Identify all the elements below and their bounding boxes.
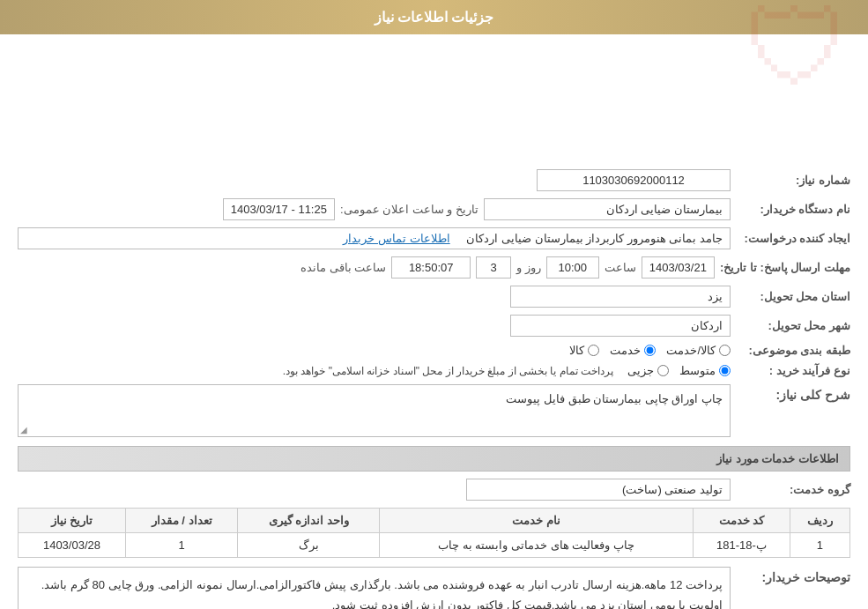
grohe-khedmat-value: تولید صنعتی (ساخت) bbox=[466, 479, 731, 501]
mohlat-rooz-value: 3 bbox=[476, 256, 511, 279]
tarikh-elan-label: تاریخ و ساعت اعلان عمومی: bbox=[340, 203, 479, 216]
shomara-niaz-label: شماره نیاز: bbox=[736, 174, 850, 187]
farayand-desc: پرداخت تمام یا بخشی از مبلغ خریدار از مح… bbox=[283, 365, 613, 377]
tarikh-namDastgah-row: نام دستگاه خریدار: بیمارستان ضیایی اردکا… bbox=[18, 198, 850, 220]
mohlat-time-label: ساعت bbox=[605, 261, 636, 274]
cell-radif: 1 bbox=[790, 533, 849, 558]
motavasset-label: متوسط bbox=[679, 364, 716, 377]
noe-farayand-label: نوع فرآیند خرید : bbox=[736, 364, 850, 377]
col-vahed: واحد اندازه گیری bbox=[238, 509, 380, 533]
shomara-niaz-value: 1103030692000112 bbox=[537, 169, 731, 191]
col-nam: نام خدمت bbox=[380, 509, 694, 533]
mohlat-date-value: 1403/03/21 bbox=[642, 256, 715, 279]
noe-farayand-radio-group: متوسط جزیی bbox=[627, 364, 731, 377]
ostan-tahvil-label: استان محل تحویل: bbox=[736, 290, 850, 303]
col-tedad: تعداد / مقدار bbox=[125, 509, 237, 533]
col-tarikh: تاریخ نیاز bbox=[19, 509, 126, 533]
shahr-tahvil-value: اردکان bbox=[510, 315, 731, 337]
radio-kala[interactable]: کالا bbox=[569, 344, 599, 357]
jozii-label: جزیی bbox=[627, 364, 654, 377]
mohlat-rooz-label: روز و bbox=[516, 261, 541, 274]
shahr-tahvil-label: شهر محل تحویل: bbox=[736, 319, 850, 332]
toseeh-row: توصیحات خریدار: پرداخت 12 ماهه.هزینه ارس… bbox=[18, 567, 850, 609]
sharh-koli-label: شرح کلی نیاز: bbox=[736, 388, 850, 402]
mohlat-ersal-row: مهلت ارسال پاسخ: تا تاریخ: 1403/03/21 سا… bbox=[18, 256, 850, 279]
services-table: ردیف کد خدمت نام خدمت واحد اندازه گیری ت… bbox=[18, 508, 850, 558]
khedmat-label: خدمت bbox=[610, 344, 641, 357]
nam-dastgah-value: بیمارستان ضیایی اردکان bbox=[484, 198, 731, 220]
radio-kala-khedmat[interactable]: کالا/خدمت bbox=[666, 344, 731, 357]
tabaqeh-bandi-radio-group: کالا/خدمت خدمت کالا bbox=[569, 344, 731, 357]
content-area: 🛡 شماره نیاز: 1103030692000112 نام دستگا… bbox=[0, 34, 868, 609]
sharh-koli-value: چاپ اوراق چاپی بیمارستان طبق فایل پیوست … bbox=[18, 384, 731, 437]
shahr-tahvil-row: شهر محل تحویل: اردکان bbox=[18, 315, 850, 337]
grohe-khedmat-row: گروه خدمت: تولید صنعتی (ساخت) bbox=[18, 479, 850, 501]
table-row: 1 پ-18-181 چاپ وفعالیت های خدماتی وابسته… bbox=[19, 533, 850, 558]
ijad-konande-value: جامد بمانی هنومرور کاربرداز بیمارستان ضی… bbox=[18, 227, 731, 249]
kala-label: کالا bbox=[569, 344, 584, 357]
page-header: جزئیات اطلاعات نیاز bbox=[0, 0, 868, 34]
ijad-konande-label: ایجاد کننده درخواست: bbox=[736, 232, 850, 245]
cell-vahed: برگ bbox=[238, 533, 380, 558]
grohe-khedmat-label: گروه خدمت: bbox=[736, 483, 850, 496]
mohlat-label: مهلت ارسال پاسخ: تا تاریخ: bbox=[720, 261, 850, 274]
resize-icon: ◢ bbox=[20, 425, 27, 434]
tarikh-elan-value: 1403/03/17 - 11:25 bbox=[223, 198, 335, 220]
tabaqeh-bandi-row: طبقه بندی موضوعی: کالا/خدمت خدمت کالا bbox=[18, 344, 850, 357]
sharh-koli-row: شرح کلی نیاز: چاپ اوراق چاپی بیمارستان ط… bbox=[18, 384, 850, 437]
page-title: جزئیات اطلاعات نیاز bbox=[375, 10, 494, 25]
page-wrapper: جزئیات اطلاعات نیاز 🛡 شماره نیاز: 110303… bbox=[0, 0, 868, 609]
toseeh-value: پرداخت 12 ماهه.هزینه ارسال تادرب انبار ب… bbox=[18, 567, 731, 609]
etela-tamas-link[interactable]: اطلاعات تماس خریدار bbox=[343, 232, 449, 245]
ostan-tahvil-row: استان محل تحویل: یزد bbox=[18, 286, 850, 308]
cell-kod: پ-18-181 bbox=[694, 533, 790, 558]
ijad-konande-row: ایجاد کننده درخواست: جامد بمانی هنومرور … bbox=[18, 227, 850, 249]
radio-jozii[interactable]: جزیی bbox=[627, 364, 669, 377]
mohlat-baqi-value: 18:50:07 bbox=[391, 256, 471, 279]
ostan-tahvil-value: یزد bbox=[510, 286, 731, 308]
col-radif: ردیف bbox=[790, 509, 849, 533]
cell-tedad: 1 bbox=[125, 533, 237, 558]
cell-tarikh: 1403/03/28 bbox=[19, 533, 126, 558]
shomara-niaz-row: شماره نیاز: 1103030692000112 bbox=[18, 169, 850, 191]
toseeh-label: توصیحات خریدار: bbox=[736, 570, 850, 584]
khadamat-section-header: اطلاعات خدمات مورد نیاز bbox=[18, 446, 850, 472]
mohlat-time-value: 10:00 bbox=[546, 256, 599, 279]
cell-nam: چاپ وفعالیت های خدماتی وابسته به چاب bbox=[380, 533, 694, 558]
tabaqeh-bandi-label: طبقه بندی موضوعی: bbox=[736, 344, 850, 357]
nam-dastgah-label: نام دستگاه خریدار: bbox=[736, 203, 850, 216]
noe-farayand-row: نوع فرآیند خرید : متوسط جزیی پرداخت تمام… bbox=[18, 364, 850, 377]
radio-motavasset[interactable]: متوسط bbox=[679, 364, 731, 377]
kala-khedmat-label: کالا/خدمت bbox=[666, 344, 716, 357]
mohlat-baqi-label: ساعت باقی مانده bbox=[300, 261, 386, 274]
col-kod: کد خدمت bbox=[694, 509, 790, 533]
radio-khedmat[interactable]: خدمت bbox=[610, 344, 656, 357]
